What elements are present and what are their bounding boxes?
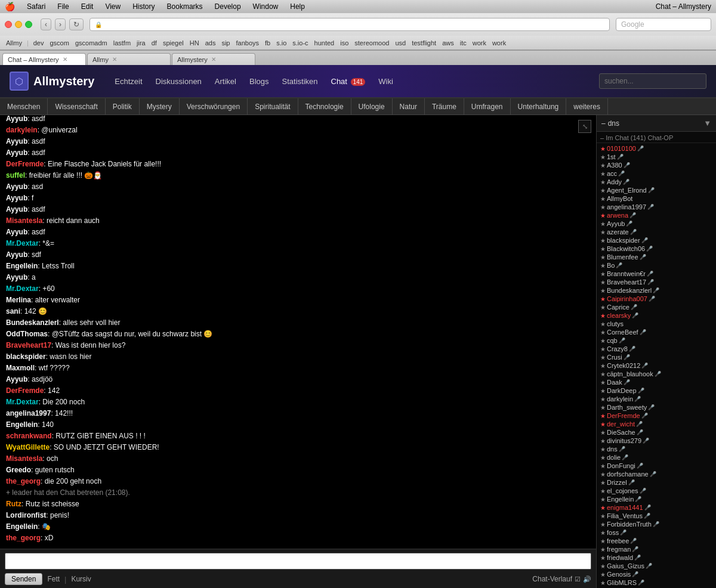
forward-button[interactable]: ›: [55, 18, 66, 30]
bm-gscomadm[interactable]: gscomadm: [74, 39, 109, 47]
menu-bookmarks[interactable]: Bookmarks: [165, 2, 205, 11]
msg-username[interactable]: Engellein: [6, 420, 38, 429]
user-list-item[interactable]: ★Agent_Elrond 🎤: [597, 186, 716, 194]
msg-username[interactable]: Lordironfist: [6, 511, 46, 519]
chat-history-link[interactable]: Chat-Verlauf: [532, 575, 572, 583]
user-list-item[interactable]: ★azerate 🎤: [597, 228, 716, 236]
msg-username[interactable]: Rutz: [6, 500, 21, 508]
address-bar[interactable]: 🔒 http://www.allmystery.de/chat/: [90, 18, 610, 31]
user-list-item[interactable]: ★dolie 🎤: [597, 453, 716, 462]
bm-sio[interactable]: s.io: [275, 39, 288, 47]
msg-username[interactable]: Misantesla: [6, 454, 42, 463]
tab-chat[interactable]: Chat – Allmystery ✕: [2, 53, 86, 65]
user-list-item[interactable]: ★Addy 🎤: [597, 178, 716, 186]
user-list-item[interactable]: ★1st 🎤: [597, 153, 716, 161]
bm-hunted[interactable]: hunted: [313, 39, 336, 47]
msg-username[interactable]: Ayyub: [6, 205, 27, 213]
bm-sip[interactable]: sip: [220, 39, 231, 47]
nav-chat[interactable]: Chat 141: [325, 75, 372, 88]
user-list-item[interactable]: ★cqb 🎤: [597, 336, 716, 345]
user-list-item[interactable]: ★fregman 🎤: [597, 545, 716, 553]
site-search-input[interactable]: [599, 73, 706, 89]
minimize-button[interactable]: [15, 21, 22, 28]
user-list-item[interactable]: ★arwena 🎤: [597, 211, 716, 219]
cat-natur[interactable]: Natur: [393, 98, 425, 114]
menu-window[interactable]: Window: [251, 2, 281, 11]
user-list-item[interactable]: ★cäptn_blauhook 🎤: [597, 370, 716, 378]
msg-username[interactable]: Mr.Dextar: [6, 398, 39, 406]
back-button[interactable]: ‹: [41, 18, 51, 30]
msg-username[interactable]: Ayyub: [6, 182, 27, 191]
bm-sioc[interactable]: s.io-c: [291, 39, 309, 47]
bm-ads[interactable]: ads: [204, 39, 217, 47]
cat-traeume[interactable]: Träume: [425, 98, 464, 114]
msg-username[interactable]: DerFremde: [6, 386, 44, 395]
menu-file[interactable]: File: [55, 2, 71, 11]
menu-view[interactable]: View: [103, 2, 123, 11]
user-list-item[interactable]: ★A380 🎤: [597, 161, 716, 169]
user-list-item[interactable]: ★clearsky 🎤: [597, 311, 716, 320]
msg-username[interactable]: sani: [6, 307, 20, 315]
msg-username[interactable]: DerFremde: [6, 160, 44, 168]
bm-fb[interactable]: fb: [264, 39, 271, 47]
user-list-item[interactable]: ★freebee 🎤: [597, 537, 716, 545]
cat-wissenschaft[interactable]: Wissenschaft: [48, 98, 105, 114]
msg-username[interactable]: Merlina: [6, 296, 31, 304]
msg-username[interactable]: Ayyub: [6, 273, 27, 281]
user-list-item[interactable]: ★DarkDeep 🎤: [597, 386, 716, 395]
bm-itc[interactable]: work: [471, 39, 487, 47]
menu-help[interactable]: Help: [288, 2, 307, 11]
user-list-item[interactable]: ★Crytek0212 🎤: [597, 361, 716, 370]
msg-username[interactable]: schrankwand: [6, 432, 52, 440]
bm-spiegel[interactable]: spiegel: [162, 39, 185, 47]
msg-username[interactable]: Mr.Dextar: [6, 284, 39, 293]
user-list-item[interactable]: ★Bundeskanzlerl 🎤: [597, 286, 716, 295]
msg-username[interactable]: the_georg: [6, 534, 41, 542]
send-button[interactable]: Senden: [5, 573, 42, 585]
menu-history[interactable]: History: [130, 2, 157, 11]
user-list-item[interactable]: ★el_cojones 🎤: [597, 487, 716, 495]
user-list-item[interactable]: ★DerFremde 🎤: [597, 411, 716, 420]
tab-allmystery[interactable]: Allmystery ✕: [172, 53, 255, 65]
user-list-item[interactable]: ★Crusi 🎤: [597, 353, 716, 361]
user-list-item[interactable]: ★Daak 🎤: [597, 378, 716, 386]
nav-diskussionen[interactable]: Diskussionen: [150, 75, 208, 88]
chat-input[interactable]: [5, 553, 591, 570]
search-box[interactable]: Google: [616, 18, 711, 31]
user-list-item[interactable]: ★GlibMLRS 🎤: [597, 578, 716, 587]
user-list-item[interactable]: ★Caprice 🎤: [597, 303, 716, 311]
nav-artikel[interactable]: Artikel: [209, 75, 242, 88]
bm-stereomood[interactable]: stereomood: [353, 39, 390, 47]
user-list-item[interactable]: ★DonFungi 🎤: [597, 462, 716, 470]
user-list-item[interactable]: ★Braveheart17 🎤: [597, 278, 716, 286]
tab-allmystery-close-icon[interactable]: ✕: [211, 56, 216, 63]
msg-username[interactable]: Ayyub: [6, 115, 27, 123]
bm-lastfm[interactable]: lastfm: [112, 39, 132, 47]
nav-wiki[interactable]: Wiki: [372, 75, 399, 88]
bm-dev[interactable]: dev: [32, 39, 45, 47]
msg-username[interactable]: angelina1997: [6, 409, 51, 417]
user-list-item[interactable]: ★Drizzel 🎤: [597, 478, 716, 487]
maximize-button[interactable]: [25, 21, 32, 28]
msg-username[interactable]: suffel: [6, 171, 25, 180]
user-list-item[interactable]: ★friedwald 🎤: [597, 553, 716, 562]
user-list-item[interactable]: ★Blackwitch06 🎤: [597, 245, 716, 253]
user-list-item[interactable]: ★Genosis 🎤: [597, 570, 716, 578]
cat-spiritualitaet[interactable]: Spiritualität: [248, 98, 298, 114]
bm-jira[interactable]: jira: [135, 39, 147, 47]
msg-username[interactable]: Maxmoll: [6, 364, 35, 372]
close-button[interactable]: [5, 21, 12, 28]
msg-username[interactable]: Ayyub: [6, 375, 27, 383]
user-list-item[interactable]: ★darkylein 🎤: [597, 395, 716, 403]
user-list-item[interactable]: ★Ayyub 🎤: [597, 219, 716, 228]
bm-iso[interactable]: iso: [339, 39, 350, 47]
menu-develop[interactable]: Develop: [212, 2, 243, 11]
msg-username[interactable]: Greedo: [6, 466, 31, 474]
channel-name[interactable]: dns: [608, 119, 619, 128]
user-list-item[interactable]: ★ForbiddenTruth 🎤: [597, 520, 716, 528]
expand-button[interactable]: ⤡: [578, 120, 591, 133]
user-list-item[interactable]: ★Engellein 🎤: [597, 495, 716, 503]
bm-hn[interactable]: HN: [189, 39, 200, 47]
user-list-item[interactable]: ★CorneBeef 🎤: [597, 328, 716, 336]
msg-username[interactable]: Braveheart17: [6, 341, 51, 349]
